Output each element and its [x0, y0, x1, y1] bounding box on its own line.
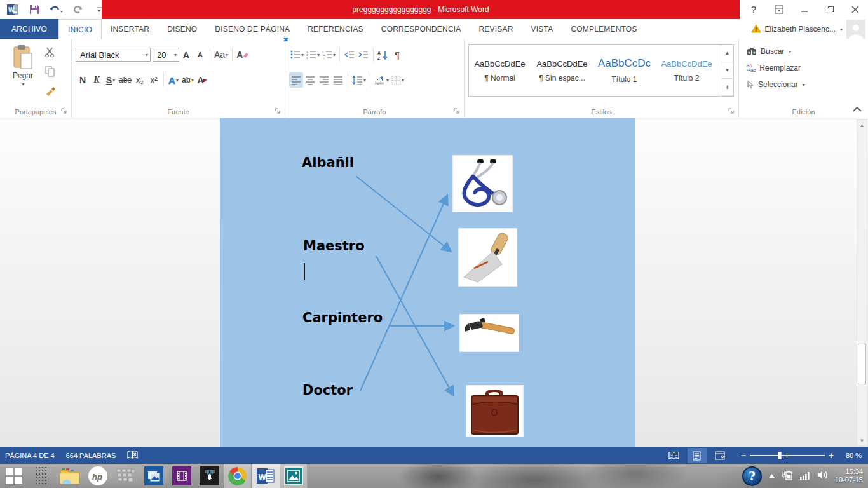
find-button[interactable]: Buscar ▾: [747, 43, 864, 60]
copy-button[interactable]: [43, 64, 57, 79]
hammer-image[interactable]: [460, 315, 519, 351]
tiles-app-icon[interactable]: [112, 464, 140, 488]
start-button[interactable]: [0, 464, 28, 488]
help-button[interactable]: ?: [741, 0, 766, 19]
tab-diseno[interactable]: DISEÑO: [158, 19, 206, 39]
trowel-image[interactable]: [459, 229, 517, 286]
paragraph-dialog-launcher[interactable]: [454, 107, 461, 115]
stethoscope-image[interactable]: [453, 156, 512, 212]
paste-button[interactable]: Pegar ▾: [6, 44, 39, 93]
style-normal[interactable]: AaBbCcDdEe ¶ Normal: [469, 45, 531, 96]
pinned-dots-app-icon[interactable]: [28, 464, 56, 488]
tab-insertar[interactable]: INSERTAR: [102, 19, 158, 39]
tab-archivo[interactable]: ARCHIVO: [0, 19, 58, 39]
tab-vista[interactable]: VISTA: [522, 19, 562, 39]
cut-button[interactable]: [43, 44, 57, 60]
align-center-button[interactable]: [303, 72, 317, 88]
tab-complementos[interactable]: COMPLEMENTOS: [562, 19, 646, 39]
align-right-button[interactable]: [317, 72, 331, 88]
restore-button[interactable]: [817, 0, 843, 19]
document-scrollbar[interactable]: ▲ ▼: [857, 119, 867, 446]
font-size-combobox[interactable]: 20 ▾: [153, 48, 179, 62]
sort-button[interactable]: AZ: [376, 47, 390, 62]
bold-button[interactable]: N: [76, 72, 90, 88]
collapse-ribbon-button[interactable]: [853, 105, 862, 114]
save-button[interactable]: [27, 2, 42, 17]
profession-carpintero[interactable]: Carpintero: [302, 310, 383, 325]
styles-scroll-up-button[interactable]: ▲: [721, 45, 733, 62]
italic-button[interactable]: K: [90, 72, 104, 88]
document-area[interactable]: Albañil Maestro Carpintero Doctor: [0, 118, 868, 447]
network-signal-icon[interactable]: [799, 471, 811, 482]
select-button[interactable]: Seleccionar ▾: [747, 76, 864, 93]
style-titulo-2[interactable]: AaBbCcDdEe Título 2: [656, 45, 718, 96]
tab-correspondencia[interactable]: CORRESPONDENCIA: [372, 19, 470, 39]
strikethrough-button[interactable]: abe: [118, 72, 133, 88]
replace-button[interactable]: ab ↪ac Reemplazar: [747, 60, 864, 76]
zoom-in-button[interactable]: +: [829, 451, 834, 461]
tab-revisar[interactable]: REVISAR: [470, 19, 522, 39]
borders-button[interactable]: ▾: [390, 72, 405, 88]
shrink-font-button[interactable]: A: [193, 47, 207, 62]
align-left-button[interactable]: [289, 72, 303, 88]
document-page[interactable]: Albañil Maestro Carpintero Doctor: [220, 118, 635, 447]
tab-referencias[interactable]: REFERENCIAS: [299, 19, 372, 39]
clear-formatting-button[interactable]: A: [235, 47, 250, 62]
undo-button[interactable]: [48, 2, 64, 17]
volume-icon[interactable]: [817, 470, 829, 482]
change-case-button[interactable]: Aa▾: [213, 47, 229, 62]
show-marks-button[interactable]: ¶: [390, 47, 404, 62]
zoom-slider-thumb[interactable]: [778, 452, 782, 459]
style-sin-espaciado[interactable]: AaBbCcDdEe ¶ Sin espac...: [531, 45, 593, 96]
chrome-icon[interactable]: [224, 464, 252, 488]
minimize-button[interactable]: [792, 0, 817, 19]
ribbon-display-options-button[interactable]: [766, 0, 792, 19]
word-taskbar-icon[interactable]: W: [252, 464, 280, 488]
zoom-percentage[interactable]: 80 %: [837, 452, 862, 459]
scrollbar-thumb[interactable]: [858, 344, 866, 384]
image-viewer-icon[interactable]: [280, 464, 308, 488]
scroll-down-button[interactable]: ▼: [857, 435, 867, 445]
briefcase-image[interactable]: [466, 386, 523, 437]
profession-doctor[interactable]: Doctor: [302, 383, 353, 398]
subscript-button[interactable]: x₂: [133, 72, 147, 88]
line-spacing-button[interactable]: ▾: [351, 72, 367, 88]
shading-button[interactable]: ▾: [373, 72, 390, 88]
proofing-icon[interactable]: [127, 451, 138, 461]
word-count[interactable]: 664 PALABRAS: [66, 452, 116, 459]
print-layout-button[interactable]: [688, 448, 707, 463]
decrease-indent-button[interactable]: [342, 47, 356, 62]
styles-more-button[interactable]: ⇟: [721, 79, 733, 96]
zoom-out-button[interactable]: −: [741, 451, 746, 461]
numbered-list-button[interactable]: 123 ▾: [305, 47, 321, 62]
redo-button[interactable]: [70, 2, 85, 17]
profession-maestro[interactable]: Maestro: [303, 238, 365, 254]
increase-indent-button[interactable]: [356, 47, 370, 62]
battery-icon[interactable]: [782, 470, 793, 482]
styles-scroll-down-button[interactable]: ▼: [721, 62, 733, 79]
page-indicator[interactable]: PÁGINA 4 DE 4: [5, 452, 55, 459]
file-explorer-icon[interactable]: [56, 464, 84, 488]
format-painter-button[interactable]: [43, 83, 57, 98]
close-button[interactable]: [843, 0, 868, 19]
clipboard-dialog-launcher[interactable]: [61, 107, 69, 115]
highlight-color-button[interactable]: ab▾: [180, 72, 195, 88]
web-layout-button[interactable]: [710, 448, 729, 463]
video-app-icon[interactable]: [168, 464, 196, 488]
styles-dialog-launcher[interactable]: [728, 107, 736, 115]
grow-font-button[interactable]: A: [179, 47, 193, 62]
bullet-list-button[interactable]: ▾: [289, 47, 305, 62]
tab-diseno-de-pagina[interactable]: DISEÑO DE PÁGINA: [206, 19, 299, 39]
superscript-button[interactable]: x²: [147, 72, 161, 88]
help-assistant-icon[interactable]: ?: [742, 466, 762, 486]
arrow-albanil-to-trowel[interactable]: [356, 176, 451, 252]
text-effects-button[interactable]: A▾: [166, 72, 180, 88]
tab-inicio[interactable]: INICIO: [58, 19, 102, 39]
user-menu-caret-icon[interactable]: ▾: [840, 27, 843, 32]
scroll-up-button[interactable]: ▲: [857, 120, 867, 130]
show-hidden-icons-button[interactable]: [768, 471, 775, 480]
font-dialog-launcher[interactable]: [275, 107, 282, 115]
user-avatar[interactable]: [846, 20, 865, 39]
photos-app-icon[interactable]: [140, 464, 168, 488]
multilevel-list-button[interactable]: 1ai ▾: [321, 47, 337, 62]
